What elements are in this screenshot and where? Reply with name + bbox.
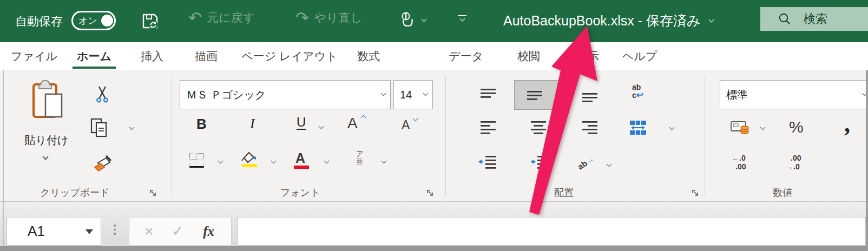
- currency-icon: [731, 120, 750, 135]
- tab-insert[interactable]: 挿入: [133, 42, 171, 70]
- autosave-state: オン: [78, 15, 97, 27]
- document-title-dropdown[interactable]: AutoBackupBook.xlsx - 保存済み: [503, 12, 713, 30]
- chevron-down-icon: [423, 91, 429, 96]
- tab-help[interactable]: ヘルプ: [618, 42, 661, 70]
- formula-input[interactable]: [237, 217, 866, 246]
- fill-color-button[interactable]: [240, 150, 259, 167]
- clipboard-dialog-launcher[interactable]: [149, 189, 157, 197]
- group-separator: [172, 76, 172, 196]
- accounting-format-button[interactable]: [731, 120, 750, 137]
- increase-indent-button[interactable]: [530, 156, 549, 170]
- top-align-button[interactable]: [481, 89, 497, 101]
- caret-up-icon: [361, 115, 366, 121]
- chevron-down-icon: [708, 17, 714, 22]
- save-icon[interactable]: [140, 11, 160, 31]
- italic-button[interactable]: I: [250, 116, 255, 132]
- cancel-button[interactable]: ×: [144, 223, 153, 240]
- name-box[interactable]: A1: [6, 217, 101, 246]
- decrease-indent-button[interactable]: [478, 156, 497, 170]
- tab-file[interactable]: ファイル: [12, 42, 56, 70]
- undo-icon: ↶: [188, 10, 202, 26]
- undo-label: 元に戻す: [207, 10, 255, 26]
- alignment-dialog-launcher[interactable]: [692, 189, 699, 197]
- increase-decimal-button[interactable]: ←.0 .00: [732, 154, 746, 171]
- enter-button[interactable]: ✓: [172, 223, 183, 240]
- comma-style-button[interactable]: ,: [844, 113, 850, 136]
- font-color-dropdown-chevron[interactable]: [324, 158, 330, 164]
- tab-view[interactable]: 表示: [567, 42, 608, 70]
- format-painter-button[interactable]: [93, 155, 114, 173]
- paste-dropdown-chevron[interactable]: [42, 154, 48, 160]
- borders-dropdown-chevron[interactable]: [218, 158, 223, 164]
- number-group-label: 数値: [773, 186, 792, 199]
- phonetic-dropdown-chevron[interactable]: [382, 158, 387, 164]
- merge-dropdown-chevron[interactable]: [669, 125, 675, 130]
- formula-bar: A1 × ✓ fx: [0, 201, 868, 247]
- paste-button[interactable]: [21, 80, 73, 122]
- percent-style-button[interactable]: %: [789, 118, 804, 136]
- orientation-dropdown-chevron[interactable]: [607, 162, 612, 167]
- quick-access-overflow-button[interactable]: [458, 15, 466, 21]
- paint-bucket-icon: [240, 150, 259, 164]
- font-group-label: フォント: [280, 186, 320, 199]
- increase-font-size-button[interactable]: A: [347, 115, 358, 132]
- copy-dropdown-chevron[interactable]: [129, 125, 135, 130]
- undo-button[interactable]: ↶ 元に戻す: [188, 10, 255, 26]
- font-dialog-launcher[interactable]: [426, 189, 434, 197]
- middle-align-button[interactable]: [527, 90, 543, 102]
- font-color-button[interactable]: A: [295, 150, 305, 166]
- touch-mouse-mode-button[interactable]: [398, 11, 426, 29]
- copy-button[interactable]: [90, 118, 110, 137]
- redo-icon: ↷: [295, 10, 309, 26]
- document-title: AutoBackupBook.xlsx - 保存済み: [503, 12, 701, 30]
- tab-draw[interactable]: 描画: [187, 42, 225, 70]
- align-right-button[interactable]: [582, 121, 599, 135]
- number-format-combo[interactable]: 標準: [720, 80, 868, 109]
- accounting-dropdown-chevron[interactable]: [760, 125, 766, 130]
- redo-button[interactable]: ↷ やり直し: [295, 10, 363, 26]
- underline-dropdown-chevron[interactable]: [319, 124, 324, 129]
- orientation-button[interactable]: ab→: [576, 154, 595, 171]
- wrap-return-arrow-icon: ↩: [636, 90, 643, 100]
- chevron-down-icon: [422, 16, 427, 22]
- cut-button[interactable]: [96, 85, 108, 103]
- toggle-knob: [101, 15, 113, 27]
- window-left-edge: [3, 70, 4, 246]
- excel-window: 自動保存 オン ↶ 元に戻す ↷ やり直し: [0, 0, 868, 251]
- font-name-combo[interactable]: ＭＳ Ｐゴシック: [180, 80, 391, 109]
- align-center-button[interactable]: [531, 121, 547, 135]
- chevron-down-icon: [459, 16, 465, 22]
- align-left-button[interactable]: [481, 121, 497, 135]
- tab-data[interactable]: データ: [445, 42, 487, 70]
- merge-center-button[interactable]: [629, 120, 647, 135]
- name-box-dropdown-triangle[interactable]: [86, 229, 93, 234]
- insert-function-button[interactable]: fx: [203, 224, 214, 239]
- ribbon-tabs: ファイル ホーム 挿入 描画 ページ レイアウト 数式 データ 校閲 表示 ヘル…: [0, 42, 868, 70]
- font-size-combo[interactable]: 14: [393, 80, 433, 109]
- tab-home[interactable]: ホーム: [71, 42, 117, 70]
- tab-review[interactable]: 校閲: [509, 42, 549, 70]
- borders-button[interactable]: [189, 153, 204, 168]
- name-box-value: A1: [28, 223, 45, 240]
- wrap-text-button[interactable]: ab c↩: [632, 83, 643, 100]
- fill-color-dropdown-chevron[interactable]: [271, 158, 277, 164]
- touch-mode-icon: [398, 11, 416, 29]
- search-box[interactable]: 検索: [760, 7, 868, 31]
- autosave-toggle[interactable]: オン: [71, 11, 116, 30]
- bottom-edge: [0, 246, 868, 251]
- paste-label[interactable]: 貼り付け: [21, 133, 73, 148]
- tab-page-layout[interactable]: ページ レイアウト: [244, 42, 336, 70]
- underline-button[interactable]: U: [297, 115, 306, 130]
- decrease-decimal-button[interactable]: .00 →.0: [786, 154, 801, 171]
- clipboard-group-label: クリップボード: [40, 186, 110, 199]
- formula-bar-drag-handle[interactable]: [114, 224, 116, 235]
- tab-formulas[interactable]: 数式: [350, 42, 387, 70]
- number-format-value: 標準: [726, 88, 748, 102]
- chevron-down-icon: [381, 91, 386, 96]
- bold-button[interactable]: B: [196, 116, 207, 133]
- phonetic-guide-button[interactable]: ア 亜: [356, 150, 363, 165]
- bottom-align-button[interactable]: [582, 91, 599, 103]
- search-icon: [778, 12, 792, 26]
- decrease-font-size-button[interactable]: A: [402, 118, 410, 133]
- font-name-value: ＭＳ Ｐゴシック: [186, 88, 266, 102]
